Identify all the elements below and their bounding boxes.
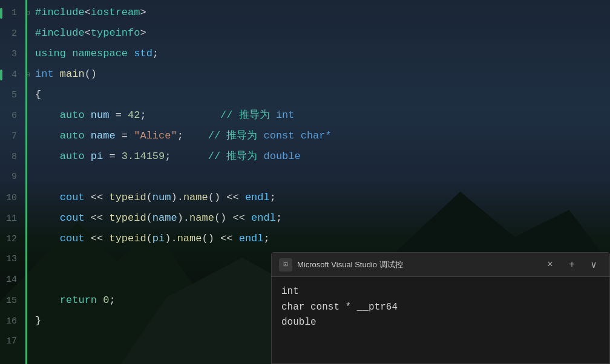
line-number: 17 — [0, 331, 25, 352]
line-content: auto pi = 3.14159; // 推导为 double — [35, 146, 610, 167]
line-content: #include<iostream> — [35, 2, 610, 23]
panel-title-text: Microsoft Visual Studio 调试控 — [297, 259, 537, 270]
line-number: 15 — [0, 291, 25, 311]
code-line: 12 cout << typeid(pi).name() << endl; — [0, 229, 610, 249]
code-line: 11 cout << typeid(name).name() << endl; — [0, 208, 610, 229]
line-number: 3 — [0, 44, 25, 65]
panel-icon-glyph: ⊡ — [283, 260, 287, 269]
editor-area: 1⊟#include<iostream>2#include<typeinfo>3… — [0, 0, 610, 364]
line-number: 6 — [0, 106, 25, 126]
line-number: 1 — [0, 3, 25, 24]
code-line: 8 auto pi = 3.14159; // 推导为 double — [0, 146, 610, 167]
line-number: 14 — [0, 270, 25, 290]
line-number: 10 — [0, 188, 25, 209]
output-line: double — [281, 315, 600, 331]
line-number: 4 — [0, 65, 25, 85]
output-panel: ⊡ Microsoft Visual Studio 调试控 × + ∨ intc… — [271, 252, 610, 364]
line-content: cout << typeid(name).name() << endl; — [35, 208, 610, 229]
line-number: 2 — [0, 24, 25, 44]
line-content: cout << typeid(pi).name() << endl; — [35, 229, 610, 249]
add-tab-button[interactable]: + — [563, 256, 580, 273]
line-content: { — [35, 85, 610, 105]
line-content: auto num = 42; // 推导为 int — [35, 105, 610, 126]
code-line: 9 — [0, 167, 610, 187]
code-line: 2#include<typeinfo> — [0, 23, 610, 44]
line-number: 13 — [0, 249, 25, 270]
panel-output: intchar const * __ptr64double — [272, 277, 609, 363]
chevron-down-button[interactable]: ∨ — [585, 256, 602, 273]
line-number: 9 — [0, 167, 25, 187]
git-gutter-bar — [25, 0, 27, 364]
line-number: 12 — [0, 229, 25, 250]
line-content: auto name = "Alice"; // 推导为 const char* — [35, 126, 610, 146]
line-number: 7 — [0, 126, 25, 147]
code-line: 7 auto name = "Alice"; // 推导为 const char… — [0, 126, 610, 146]
line-number: 11 — [0, 209, 25, 229]
line-number: 5 — [0, 85, 25, 106]
line-content: #include<typeinfo> — [35, 23, 610, 44]
line-content: using namespace std; — [35, 44, 610, 64]
panel-title-bar: ⊡ Microsoft Visual Studio 调试控 × + ∨ — [272, 253, 609, 277]
line-number: 8 — [0, 147, 25, 167]
code-line: 1⊟#include<iostream> — [0, 2, 610, 23]
code-line: 10 cout << typeid(num).name() << endl; — [0, 187, 610, 208]
line-number: 16 — [0, 311, 25, 332]
code-line: 4⊟int main() — [0, 64, 610, 85]
output-line: int — [281, 284, 600, 300]
git-indicator — [0, 70, 2, 80]
code-line: 3using namespace std; — [0, 44, 610, 64]
git-indicator — [0, 8, 2, 19]
close-button[interactable]: × — [542, 256, 559, 273]
code-line: 5{ — [0, 85, 610, 105]
output-line: char const * __ptr64 — [281, 300, 600, 316]
panel-icon: ⊡ — [279, 258, 292, 271]
code-line: 6 auto num = 42; // 推导为 int — [0, 105, 610, 126]
line-content: int main() — [35, 64, 610, 85]
line-content: cout << typeid(num).name() << endl; — [35, 187, 610, 208]
